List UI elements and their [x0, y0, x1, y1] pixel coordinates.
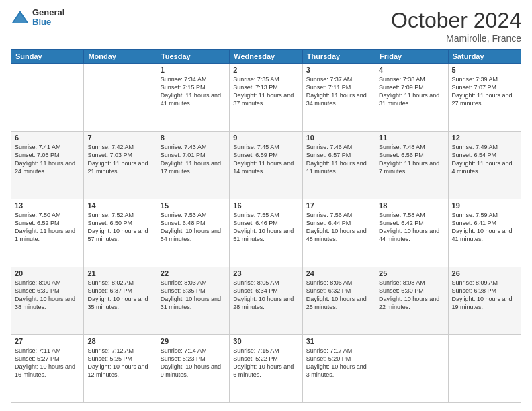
- cell-day-number: 23: [233, 269, 298, 277]
- cell-day-number: 17: [306, 201, 371, 210]
- calendar-cell: [11, 64, 84, 132]
- cell-day-number: 1: [161, 66, 226, 74]
- logo: General Blue: [11, 8, 64, 28]
- week-row-2: 6Sunrise: 7:41 AMSunset: 7:05 PMDaylight…: [11, 132, 521, 199]
- cell-day-number: 16: [233, 201, 298, 210]
- col-header-saturday: Saturday: [448, 50, 521, 64]
- cell-day-number: 10: [306, 134, 371, 142]
- calendar-cell: 26Sunrise: 8:09 AMSunset: 6:28 PMDayligh…: [448, 267, 521, 335]
- cell-day-number: 6: [15, 134, 80, 142]
- week-row-4: 20Sunrise: 8:00 AMSunset: 6:39 PMDayligh…: [11, 267, 521, 335]
- cell-day-number: 30: [233, 337, 298, 345]
- calendar-cell: 28Sunrise: 7:12 AMSunset: 5:25 PMDayligh…: [84, 335, 157, 403]
- cell-day-number: 5: [452, 66, 517, 74]
- cell-day-number: 9: [233, 134, 298, 142]
- header-row: SundayMondayTuesdayWednesdayThursdayFrid…: [11, 50, 521, 64]
- calendar-cell: 15Sunrise: 7:53 AMSunset: 6:48 PMDayligh…: [157, 199, 229, 267]
- calendar-cell: 18Sunrise: 7:58 AMSunset: 6:42 PMDayligh…: [375, 199, 448, 267]
- calendar-cell: 23Sunrise: 8:05 AMSunset: 6:34 PMDayligh…: [230, 267, 302, 335]
- cell-info: Sunrise: 7:45 AMSunset: 6:59 PMDaylight:…: [233, 143, 298, 176]
- col-header-tuesday: Tuesday: [157, 50, 229, 64]
- cell-info: Sunrise: 8:06 AMSunset: 6:32 PMDaylight:…: [306, 279, 371, 312]
- logo-general-text: General: [32, 8, 64, 17]
- cell-info: Sunrise: 7:53 AMSunset: 6:48 PMDaylight:…: [161, 211, 226, 244]
- cell-info: Sunrise: 7:41 AMSunset: 7:05 PMDaylight:…: [15, 143, 80, 176]
- cell-day-number: 22: [161, 269, 226, 277]
- cell-day-number: 3: [306, 66, 371, 74]
- col-header-monday: Monday: [84, 50, 157, 64]
- cell-day-number: 14: [87, 201, 152, 210]
- calendar-cell: 10Sunrise: 7:46 AMSunset: 6:57 PMDayligh…: [302, 132, 375, 199]
- calendar-cell: 6Sunrise: 7:41 AMSunset: 7:05 PMDaylight…: [11, 132, 84, 199]
- cell-day-number: 27: [15, 337, 80, 345]
- cell-info: Sunrise: 7:48 AMSunset: 6:56 PMDaylight:…: [379, 143, 444, 176]
- cell-info: Sunrise: 7:15 AMSunset: 5:22 PMDaylight:…: [233, 347, 298, 379]
- week-row-5: 27Sunrise: 7:11 AMSunset: 5:27 PMDayligh…: [11, 335, 521, 403]
- cell-day-number: 12: [452, 134, 517, 142]
- cell-info: Sunrise: 7:34 AMSunset: 7:15 PMDaylight:…: [161, 75, 226, 108]
- cell-info: Sunrise: 7:52 AMSunset: 6:50 PMDaylight:…: [87, 211, 152, 244]
- cell-info: Sunrise: 7:46 AMSunset: 6:57 PMDaylight:…: [306, 143, 371, 176]
- calendar-cell: 13Sunrise: 7:50 AMSunset: 6:52 PMDayligh…: [11, 199, 84, 267]
- calendar-cell: 21Sunrise: 8:02 AMSunset: 6:37 PMDayligh…: [84, 267, 157, 335]
- cell-day-number: 25: [379, 269, 444, 277]
- cell-day-number: 26: [452, 269, 517, 277]
- logo-text: General Blue: [32, 8, 64, 28]
- cell-day-number: 8: [161, 134, 226, 142]
- cell-day-number: 18: [379, 201, 444, 210]
- cell-info: Sunrise: 7:59 AMSunset: 6:41 PMDaylight:…: [452, 211, 517, 244]
- cell-info: Sunrise: 7:12 AMSunset: 5:25 PMDaylight:…: [87, 347, 152, 379]
- cell-info: Sunrise: 7:43 AMSunset: 7:01 PMDaylight:…: [161, 143, 226, 176]
- cell-info: Sunrise: 7:55 AMSunset: 6:46 PMDaylight:…: [233, 211, 298, 244]
- calendar-cell: 25Sunrise: 8:08 AMSunset: 6:30 PMDayligh…: [375, 267, 448, 335]
- cell-day-number: 11: [379, 134, 444, 142]
- calendar-cell: [448, 335, 521, 403]
- calendar-cell: 5Sunrise: 7:39 AMSunset: 7:07 PMDaylight…: [448, 64, 521, 132]
- cell-day-number: 2: [233, 66, 298, 74]
- location: Mamirolle, France: [391, 33, 521, 44]
- col-header-sunday: Sunday: [11, 50, 84, 64]
- cell-day-number: 21: [87, 269, 152, 277]
- calendar-cell: 22Sunrise: 8:03 AMSunset: 6:35 PMDayligh…: [157, 267, 229, 335]
- cell-info: Sunrise: 7:14 AMSunset: 5:23 PMDaylight:…: [161, 347, 226, 379]
- calendar-cell: 20Sunrise: 8:00 AMSunset: 6:39 PMDayligh…: [11, 267, 84, 335]
- calendar-cell: [375, 335, 448, 403]
- calendar-table: SundayMondayTuesdayWednesdayThursdayFrid…: [11, 49, 521, 403]
- calendar-page: General Blue October 2024 Mamirolle, Fra…: [0, 0, 532, 411]
- cell-info: Sunrise: 7:38 AMSunset: 7:09 PMDaylight:…: [379, 75, 444, 108]
- header: General Blue October 2024 Mamirolle, Fra…: [11, 8, 521, 44]
- calendar-cell: 14Sunrise: 7:52 AMSunset: 6:50 PMDayligh…: [84, 199, 157, 267]
- col-header-wednesday: Wednesday: [230, 50, 302, 64]
- calendar-cell: 30Sunrise: 7:15 AMSunset: 5:22 PMDayligh…: [230, 335, 302, 403]
- cell-info: Sunrise: 8:09 AMSunset: 6:28 PMDaylight:…: [452, 279, 517, 312]
- col-header-thursday: Thursday: [302, 50, 375, 64]
- cell-info: Sunrise: 8:05 AMSunset: 6:34 PMDaylight:…: [233, 279, 298, 312]
- cell-info: Sunrise: 7:49 AMSunset: 6:54 PMDaylight:…: [452, 143, 517, 176]
- cell-info: Sunrise: 8:00 AMSunset: 6:39 PMDaylight:…: [15, 279, 80, 312]
- logo-icon: [11, 8, 30, 27]
- calendar-cell: 8Sunrise: 7:43 AMSunset: 7:01 PMDaylight…: [157, 132, 229, 199]
- calendar-cell: [84, 64, 157, 132]
- cell-info: Sunrise: 7:56 AMSunset: 6:44 PMDaylight:…: [306, 211, 371, 244]
- calendar-cell: 17Sunrise: 7:56 AMSunset: 6:44 PMDayligh…: [302, 199, 375, 267]
- cell-day-number: 19: [452, 201, 517, 210]
- calendar-cell: 11Sunrise: 7:48 AMSunset: 6:56 PMDayligh…: [375, 132, 448, 199]
- cell-info: Sunrise: 7:39 AMSunset: 7:07 PMDaylight:…: [452, 75, 517, 108]
- cell-day-number: 13: [15, 201, 80, 210]
- week-row-3: 13Sunrise: 7:50 AMSunset: 6:52 PMDayligh…: [11, 199, 521, 267]
- cell-info: Sunrise: 7:35 AMSunset: 7:13 PMDaylight:…: [233, 75, 298, 108]
- cell-info: Sunrise: 8:02 AMSunset: 6:37 PMDaylight:…: [87, 279, 152, 312]
- cell-info: Sunrise: 7:42 AMSunset: 7:03 PMDaylight:…: [87, 143, 152, 176]
- cell-day-number: 15: [161, 201, 226, 210]
- cell-info: Sunrise: 7:50 AMSunset: 6:52 PMDaylight:…: [15, 211, 80, 244]
- calendar-cell: 1Sunrise: 7:34 AMSunset: 7:15 PMDaylight…: [157, 64, 229, 132]
- calendar-cell: 7Sunrise: 7:42 AMSunset: 7:03 PMDaylight…: [84, 132, 157, 199]
- cell-day-number: 29: [161, 337, 226, 345]
- calendar-cell: 12Sunrise: 7:49 AMSunset: 6:54 PMDayligh…: [448, 132, 521, 199]
- cell-info: Sunrise: 8:03 AMSunset: 6:35 PMDaylight:…: [161, 279, 226, 312]
- calendar-cell: 3Sunrise: 7:37 AMSunset: 7:11 PMDaylight…: [302, 64, 375, 132]
- calendar-cell: 29Sunrise: 7:14 AMSunset: 5:23 PMDayligh…: [157, 335, 229, 403]
- cell-day-number: 28: [87, 337, 152, 345]
- calendar-cell: 2Sunrise: 7:35 AMSunset: 7:13 PMDaylight…: [230, 64, 302, 132]
- cell-day-number: 20: [15, 269, 80, 277]
